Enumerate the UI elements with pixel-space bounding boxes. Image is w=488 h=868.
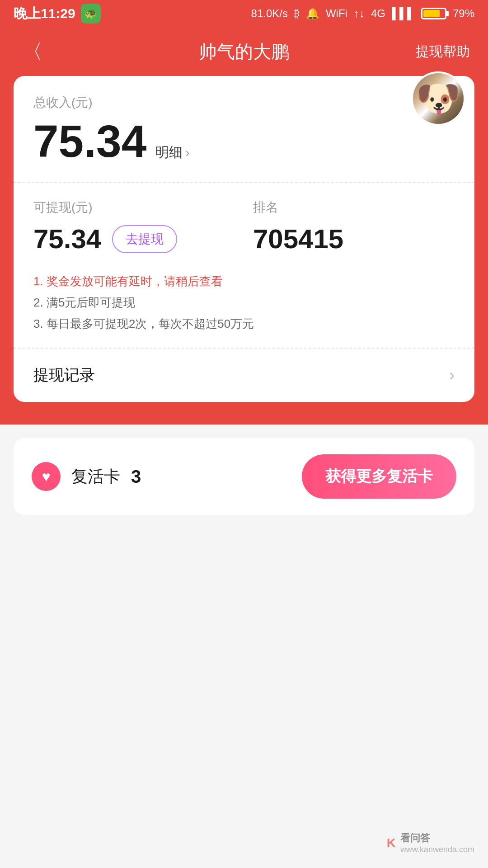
status-time: 晚上11:29 bbox=[14, 5, 75, 23]
revival-left: ♥ 复活卡 3 bbox=[32, 462, 141, 491]
withdrawable-label: 可提现(元) bbox=[33, 199, 235, 216]
rank-label: 排名 bbox=[253, 199, 455, 216]
watermark: K 看问答 www.kanwenda.com bbox=[387, 831, 474, 854]
battery-fill bbox=[423, 10, 440, 17]
status-bar: 晚上11:29 🐢 81.0K/s ₿ 🔔 WiFi ↑↓ 4G ▌▌▌ 79% bbox=[0, 0, 488, 27]
rank-col: 排名 705415 bbox=[235, 199, 455, 255]
withdraw-amount: 75.34 bbox=[33, 223, 101, 255]
network-type: 4G bbox=[371, 7, 385, 20]
app-icon: 🐢 bbox=[81, 4, 101, 24]
detail-link[interactable]: 明细 › bbox=[155, 143, 189, 162]
battery-bar bbox=[421, 8, 446, 19]
main-card: 总收入(元) 75.34 明细 › 可提现(元) 75.34 去提现 排名 70… bbox=[14, 76, 474, 402]
detail-link-text: 明细 bbox=[155, 143, 183, 162]
status-left: 晚上11:29 🐢 bbox=[14, 4, 101, 24]
watermark-logo: K bbox=[387, 836, 396, 850]
total-amount-row: 75.34 明细 › bbox=[33, 118, 455, 164]
withdraw-amount-row: 75.34 去提现 bbox=[33, 223, 235, 255]
header: 〈 帅气的大鹏 提现帮助 bbox=[0, 27, 488, 76]
page-background: ♥ 复活卡 3 获得更多复活卡 bbox=[0, 438, 488, 800]
withdraw-section: 可提现(元) 75.34 去提现 排名 705415 bbox=[33, 183, 455, 271]
heart-icon: ♥ bbox=[32, 462, 61, 491]
withdrawable-col: 可提现(元) 75.34 去提现 bbox=[33, 199, 235, 255]
avatar-image bbox=[413, 73, 464, 124]
signal-icon: ↑↓ bbox=[354, 7, 365, 20]
watermark-site: www.kanwenda.com bbox=[400, 845, 474, 854]
revival-count: 3 bbox=[131, 467, 141, 487]
help-link[interactable]: 提现帮助 bbox=[416, 42, 470, 61]
watermark-text-container: 看问答 www.kanwenda.com bbox=[400, 831, 474, 854]
wifi-icon: WiFi bbox=[326, 7, 347, 20]
revival-card: ♥ 复活卡 3 获得更多复活卡 bbox=[14, 438, 474, 515]
watermark-brand: 看问答 bbox=[400, 831, 474, 845]
total-income-label: 总收入(元) bbox=[33, 94, 455, 111]
detail-arrow-icon: › bbox=[185, 146, 189, 160]
silent-icon: 🔔 bbox=[306, 7, 319, 20]
get-more-revival-button[interactable]: 获得更多复活卡 bbox=[302, 454, 456, 499]
rank-number: 705415 bbox=[253, 223, 455, 255]
signal-bars: ▌▌▌ bbox=[392, 7, 415, 20]
records-row[interactable]: 提现记录 › bbox=[33, 349, 455, 402]
back-button[interactable]: 〈 bbox=[18, 37, 47, 66]
battery-percent: 79% bbox=[453, 7, 474, 20]
records-arrow-icon: › bbox=[449, 366, 455, 385]
bluetooth-icon: ₿ bbox=[294, 7, 300, 20]
note-item-3: 3. 每日最多可提现2次，每次不超过50万元 bbox=[33, 313, 455, 335]
page-title: 帅气的大鹏 bbox=[199, 39, 289, 64]
note-item-2: 2. 满5元后即可提现 bbox=[33, 292, 455, 313]
note-item-1: 1. 奖金发放可能有延时，请稍后查看 bbox=[33, 271, 455, 292]
revival-label: 复活卡 bbox=[71, 466, 120, 488]
status-right: 81.0K/s ₿ 🔔 WiFi ↑↓ 4G ▌▌▌ 79% bbox=[251, 7, 474, 20]
avatar-container bbox=[411, 71, 465, 126]
total-amount: 75.34 bbox=[33, 118, 146, 164]
avatar bbox=[411, 71, 465, 126]
records-label: 提现记录 bbox=[33, 365, 95, 386]
main-content: 总收入(元) 75.34 明细 › 可提现(元) 75.34 去提现 排名 70… bbox=[0, 76, 488, 425]
withdraw-button[interactable]: 去提现 bbox=[112, 225, 177, 253]
network-speed: 81.0K/s bbox=[251, 7, 288, 20]
notes-section: 1. 奖金发放可能有延时，请稍后查看 2. 满5元后即可提现 3. 每日最多可提… bbox=[33, 271, 455, 348]
